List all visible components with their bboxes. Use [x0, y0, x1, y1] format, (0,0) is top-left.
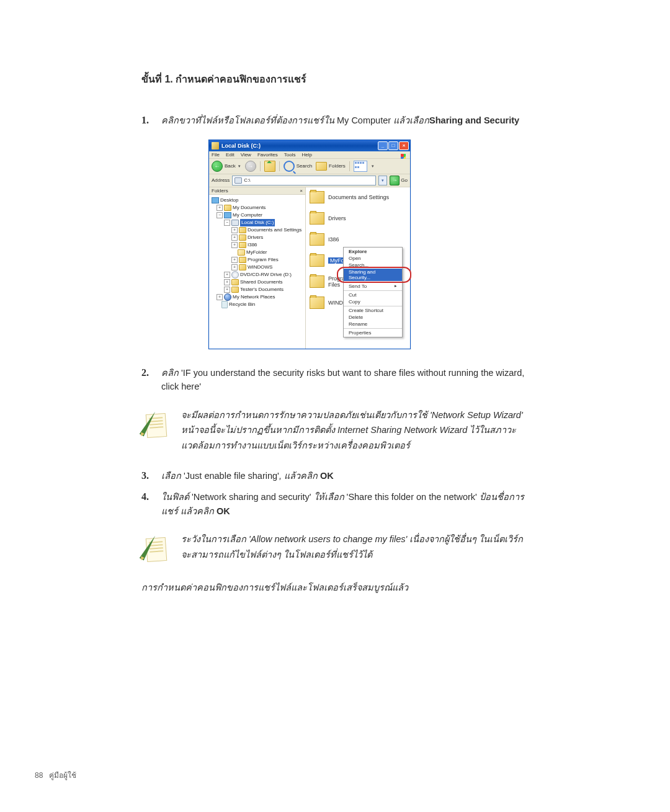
ctx-copy[interactable]: Copy [344, 298, 402, 305]
menu-view[interactable]: View [241, 152, 251, 158]
minimize-button[interactable]: _ [378, 141, 388, 150]
ctx-sharing-security[interactable]: Sharing and Security... [344, 269, 402, 281]
menu-bar: File Edit View Favorites Tools Help [209, 151, 410, 159]
txt: แล้วเลือก [391, 115, 429, 125]
expand-icon[interactable]: + [231, 264, 238, 270]
page: ขั้นที่ 1. กำหนดค่าคอนฟิกของการแชร์ 1. ค… [0, 0, 670, 812]
tree-shared[interactable]: +Shared Documents [212, 279, 304, 286]
content-column: ขั้นที่ 1. กำหนดค่าคอนฟิกของการแชร์ 1. ค… [141, 71, 526, 594]
folder-icon [239, 234, 246, 241]
views-button[interactable] [354, 161, 367, 172]
tree-desktop[interactable]: Desktop [212, 197, 304, 204]
folder-icon [310, 275, 324, 288]
expand-icon[interactable]: + [231, 234, 238, 241]
ctx-cut[interactable]: Cut [344, 292, 402, 298]
step-2: 2. คลิก 'IF you understand the security … [141, 365, 526, 394]
menu-tools[interactable]: Tools [284, 152, 296, 158]
tree-tester[interactable]: +Tester's Documents [212, 286, 304, 293]
step-1: 1. คลิกขวาที่ไฟล์หรือโฟลเดอร์ที่ต้องการแ… [141, 113, 526, 128]
folder-icon [310, 297, 324, 309]
separator [344, 306, 402, 306]
list-item[interactable]: Documents and Settings [310, 191, 406, 203]
step-4: 4. ในฟิลด์ 'Network sharing and security… [141, 489, 526, 518]
folders-button[interactable]: Folders [316, 162, 346, 171]
lbl: Documents and Settings [248, 226, 302, 234]
lbl: Local Disk (C:) [240, 219, 275, 226]
ctx-explore[interactable]: Explore [344, 248, 402, 255]
tree-recycle[interactable]: Recycle Bin [212, 301, 304, 308]
expand-icon[interactable]: + [224, 279, 230, 285]
list-item[interactable]: Drivers [310, 212, 406, 225]
forward-button[interactable]: → [245, 161, 256, 172]
up-button[interactable] [264, 161, 275, 172]
tree-netplaces[interactable]: +My Network Places [212, 293, 304, 301]
collapse-icon[interactable]: − [224, 220, 230, 226]
address-field[interactable]: C:\ [232, 176, 376, 185]
ctx-properties[interactable]: Properties [344, 329, 402, 336]
menu-help[interactable]: Help [302, 152, 311, 158]
maximize-button[interactable]: □ [388, 141, 398, 150]
ctx-delete[interactable]: Delete [344, 314, 402, 321]
lbl: I386 [328, 236, 339, 243]
separator [349, 161, 350, 171]
expand-icon[interactable]: + [224, 272, 230, 278]
folder-icon [239, 264, 246, 270]
expand-icon[interactable]: + [231, 257, 238, 263]
note-text: จะมีผลต่อการกำหนดการรักษาความปลอดภัยเช่น… [181, 408, 526, 453]
quoted-text: 'Share this folder on the network' [347, 492, 477, 502]
txt: คลิกขวาที่ไฟล์หรือโฟลเดอร์ที่ต้องการแชร์… [161, 115, 337, 125]
network-icon [224, 293, 231, 301]
step-text: ในฟิลด์ 'Network sharing and security' ใ… [161, 489, 526, 518]
folder-tree-pane: Folders × Desktop +My Documents −My Comp… [209, 187, 306, 349]
collapse-icon[interactable]: − [217, 212, 223, 218]
desktop-icon [212, 197, 219, 203]
ctx-sendto[interactable]: Send To [344, 283, 402, 290]
tree-localdisk[interactable]: −Local Disk (C:) [212, 219, 304, 226]
literal-mycomputer: My Computer [337, 115, 391, 125]
tree-progfiles[interactable]: +Program Files [212, 256, 304, 264]
lbl: Desktop [220, 197, 238, 204]
ctx-rename[interactable]: Rename [344, 321, 402, 328]
search-button[interactable]: Search [284, 161, 312, 172]
tree-close-icon[interactable]: × [300, 188, 303, 194]
tree-i386[interactable]: +I386 [212, 241, 304, 249]
ctx-shortcut[interactable]: Create Shortcut [344, 307, 402, 314]
separator [344, 290, 402, 291]
expand-icon[interactable]: + [217, 294, 223, 300]
list-item[interactable]: I386 [310, 233, 406, 246]
toolbar: ← Back ▼ → Search Folders ▼ [209, 159, 410, 174]
lbl: MyFolder [246, 249, 267, 256]
close-button[interactable]: × [399, 141, 409, 150]
back-button[interactable]: ← Back ▼ [212, 161, 241, 172]
search-icon [284, 161, 295, 172]
tree-dvd[interactable]: +DVD/CD-RW Drive (D:) [212, 271, 304, 279]
expand-icon[interactable]: + [231, 242, 238, 248]
tree-docset[interactable]: +Documents and Settings [212, 226, 304, 234]
windows-logo-icon [398, 151, 408, 161]
tree-windows[interactable]: +WINDOWS [212, 264, 304, 271]
step-number: 2. [141, 365, 161, 394]
ctx-search[interactable]: Search... [344, 262, 402, 269]
menu-favorites[interactable]: Favorites [257, 152, 278, 158]
expand-icon[interactable]: + [224, 287, 230, 293]
menu-edit[interactable]: Edit [226, 152, 234, 158]
folder-icon [239, 227, 246, 233]
address-dropdown[interactable]: ▾ [378, 176, 387, 185]
tree-mydocs[interactable]: +My Documents [212, 204, 304, 212]
go-button[interactable]: → Go [390, 176, 408, 185]
ctx-open[interactable]: Open [344, 255, 402, 262]
drive-icon [231, 220, 239, 226]
lbl: Tester's Documents [240, 286, 284, 293]
tree-myfolder[interactable]: MyFolder [212, 249, 304, 256]
separator [344, 328, 402, 329]
tree-header: Folders × [209, 187, 305, 195]
txt: เลือก [161, 471, 184, 481]
separator [260, 161, 261, 171]
lbl: My Computer [233, 212, 262, 219]
expand-icon[interactable]: + [217, 205, 223, 211]
menu-file[interactable]: File [212, 152, 220, 158]
folder-icon [238, 249, 245, 256]
tree-drivers[interactable]: +Drivers [212, 234, 304, 241]
expand-icon[interactable]: + [231, 227, 238, 233]
tree-mycomputer[interactable]: −My Computer [212, 212, 304, 219]
